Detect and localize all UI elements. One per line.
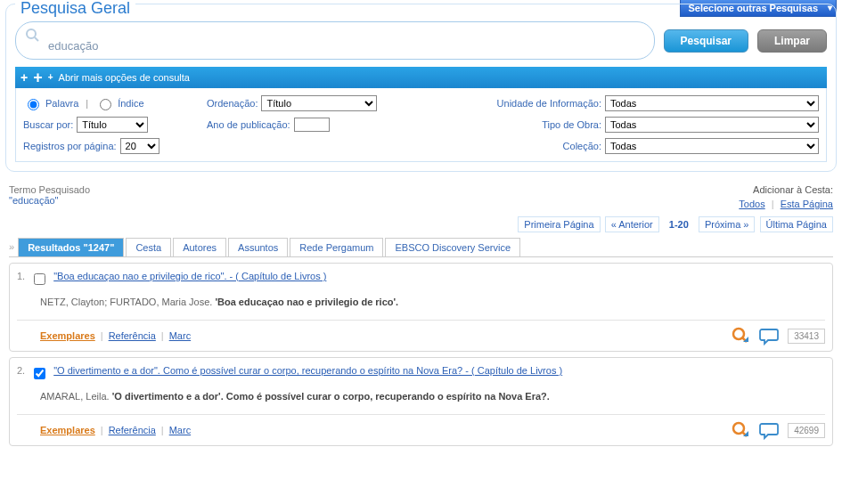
plus-icon: + [48, 73, 53, 82]
type-select[interactable]: Todas [605, 117, 819, 133]
result-checkbox[interactable] [34, 273, 45, 285]
term-label: Termo Pesquisado [9, 184, 90, 195]
perpage-select[interactable]: 20 [120, 138, 159, 154]
search-button[interactable]: Pesquisar [664, 29, 748, 53]
term-value: "educação" [9, 195, 90, 206]
sort-select[interactable]: Título [261, 95, 377, 111]
exemplares-link[interactable]: Exemplares [40, 425, 95, 435]
radio-index[interactable] [100, 99, 111, 110]
plus-icon: + [20, 71, 28, 84]
options-body: Palavra | Índice Ordenação: Título Unida… [15, 88, 827, 162]
clear-button[interactable]: Limpar [757, 29, 827, 53]
panel-title: Pesquisa Geral [15, 0, 135, 18]
result-authors: NETZ, Clayton; FURTADO, Maria Jose. 'Boa… [40, 297, 825, 307]
view-detail-icon[interactable] [731, 326, 750, 345]
exemplares-link[interactable]: Exemplares [40, 330, 95, 341]
page-range: 1-20 [664, 217, 694, 232]
tab-results[interactable]: Resultados "1247" [18, 238, 124, 256]
search-box [15, 21, 655, 60]
marc-link[interactable]: Marc [169, 425, 191, 435]
searchby-select[interactable]: Título [77, 117, 148, 133]
basket-title: Adicionar à Cesta: [739, 184, 833, 195]
result-row: 2."O divertimento e a dor". Como é possí… [9, 357, 833, 446]
comment-icon[interactable] [759, 420, 779, 440]
page-prev[interactable]: « Anterior [605, 216, 659, 232]
search-panel: Pesquisa Geral Pesquisar Limpar + + + Ab… [5, 4, 837, 172]
result-number: 2. [17, 365, 25, 376]
svg-line-1 [35, 37, 38, 41]
page-next[interactable]: Próxima » [699, 216, 756, 232]
referencia-link[interactable]: Referência [109, 330, 156, 341]
result-title-link[interactable]: "O divertimento e a dor". Como é possíve… [53, 365, 562, 376]
plus-icon: + [33, 69, 43, 85]
meta-bar: Termo Pesquisado "educação" Adicionar à … [0, 179, 842, 215]
options-expand-bar[interactable]: + + + Abrir mais opções de consulta [15, 67, 827, 88]
result-authors: AMARAL, Leila. 'O divertimento e a dor'.… [40, 391, 825, 402]
page-last[interactable]: Última Página [760, 216, 833, 232]
page-first[interactable]: Primeira Página [518, 216, 600, 232]
tab-cesta[interactable]: Cesta [126, 238, 171, 256]
result-checkbox[interactable] [34, 368, 45, 379]
referencia-link[interactable]: Referência [109, 425, 156, 435]
tabs: » Resultados "1247" Cesta Autores Assunt… [9, 238, 833, 257]
comment-icon[interactable] [759, 326, 779, 345]
tab-ebsco[interactable]: EBSCO Discovery Service [385, 238, 520, 256]
marc-link[interactable]: Marc [169, 330, 191, 341]
result-number: 1. [17, 271, 25, 281]
unit-select[interactable]: Todas [605, 95, 819, 111]
record-id: 42699 [788, 423, 825, 438]
basket-all-link[interactable]: Todos [739, 199, 764, 209]
pagination: Primeira Página « Anterior 1-20 Próxima … [0, 215, 842, 238]
record-id: 33413 [788, 329, 825, 344]
tab-assuntos[interactable]: Assuntos [228, 238, 288, 256]
result-title-link[interactable]: "Boa educaçao nao e privilegio de rico".… [53, 271, 326, 281]
tab-rede[interactable]: Rede Pergamum [290, 238, 383, 256]
radio-word[interactable] [28, 99, 39, 110]
basket-page-link[interactable]: Esta Página [781, 199, 833, 209]
search-input[interactable] [46, 38, 649, 53]
svg-point-0 [27, 29, 36, 38]
tabs-caret-icon: » [9, 241, 14, 256]
result-row: 1."Boa educaçao nao e privilegio de rico… [9, 263, 833, 352]
collection-select[interactable]: Todas [605, 138, 819, 154]
year-input[interactable] [294, 118, 330, 132]
tab-autores[interactable]: Autores [173, 238, 226, 256]
view-detail-icon[interactable] [731, 420, 750, 440]
